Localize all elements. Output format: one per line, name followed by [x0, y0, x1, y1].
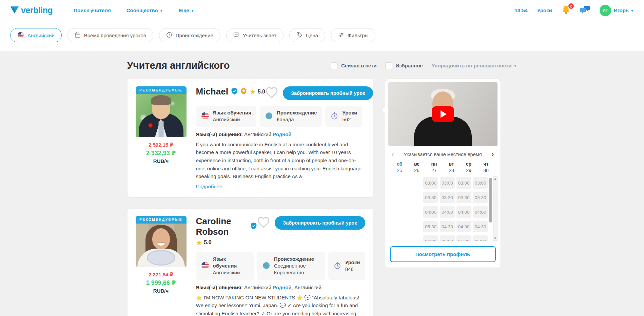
video-preview[interactable]: [388, 82, 497, 146]
recommended-ribbon: РЕКОМЕНДУЕМЫЕ: [136, 86, 187, 94]
time-slot[interactable]: 03:30: [440, 192, 455, 203]
time-slot[interactable]: 05:00: [440, 235, 455, 241]
globe-clock-icon: [166, 32, 172, 39]
sort-dropdown[interactable]: Упорядочить по релевантности ▼: [432, 63, 517, 68]
day-column-пн[interactable]: пн27: [426, 161, 443, 173]
calendar-prev-arrow[interactable]: ‹: [392, 151, 394, 158]
online-now-checkbox[interactable]: [331, 62, 338, 69]
us-flag-icon: [201, 112, 209, 121]
time-slot[interactable]: 03:30: [423, 192, 438, 203]
stopwatch-icon: [330, 112, 338, 121]
time-slot[interactable]: 04:30: [440, 221, 455, 232]
favorite-heart-button[interactable]: [257, 216, 275, 229]
day-column-чт[interactable]: чт30: [477, 161, 495, 173]
teacher-card-michael: РЕКОМЕНДУЕМЫЕ 2 592,15 ₽ 2 332,93 ₽ RUB/…: [127, 79, 374, 197]
star-icon: ★: [196, 239, 202, 246]
nav-lessons[interactable]: Уроки: [537, 7, 552, 13]
favorite-heart-button[interactable]: [265, 86, 283, 100]
time-slot[interactable]: 04:00: [473, 206, 488, 218]
teacher-name[interactable]: Caroline Robson: [196, 216, 248, 237]
speaks-languages: Язык(-и) общения: Английский Родной: [196, 131, 365, 137]
old-price: 2 221,84 ₽: [136, 272, 187, 278]
filter-schedule[interactable]: Время проведения уроков: [67, 28, 153, 42]
nav-find-teacher[interactable]: Поиск учителя: [74, 7, 111, 13]
old-price: 2 592,15 ₽: [136, 142, 187, 148]
time-slot[interactable]: 03:00: [423, 177, 438, 189]
favorites-filter[interactable]: Избранное: [385, 62, 423, 69]
notifications-button[interactable]: 2: [562, 5, 570, 16]
verbling-logo[interactable]: verbling: [10, 5, 53, 15]
teacher-name[interactable]: Michael: [196, 86, 228, 97]
teacher-photo[interactable]: РЕКОМЕНДУЕМЫЕ: [136, 86, 187, 137]
day-column-сб[interactable]: сб25: [391, 161, 408, 173]
lessons-count-box: Уроки562: [325, 106, 362, 127]
slots-scrollbar-thumb[interactable]: [489, 178, 492, 223]
top-navigation-bar: verbling Поиск учителя Сообщество▼ Еще▼ …: [0, 0, 644, 21]
speaks-languages: Язык(-и) общения: Английский Родной, Анг…: [196, 285, 365, 290]
origin-box: ПроисхождениеСоединенное Королевство: [257, 252, 325, 280]
time-slot-empty: [407, 177, 422, 189]
filter-more[interactable]: Фильтры: [331, 28, 375, 42]
panel-scrollbar[interactable]: ▲ ▼: [493, 176, 497, 241]
day-column-ср[interactable]: ср29: [460, 161, 477, 173]
messages-button[interactable]: [580, 5, 590, 15]
filter-price[interactable]: Цена: [289, 28, 325, 42]
time-slot-empty: [390, 177, 405, 189]
book-trial-button[interactable]: Забронировать пробный урок: [275, 216, 365, 230]
teacher-card-caroline: РЕКОМЕНДУЕМЫЕ 2 221,84 ₽ 1 999,66 ₽ RUB/…: [127, 208, 374, 316]
scroll-down-icon[interactable]: ▼: [494, 237, 496, 240]
globe-icon: [262, 261, 270, 271]
main-nav: Поиск учителя Сообщество▼ Еще▼: [74, 7, 194, 13]
youtube-play-icon[interactable]: [432, 106, 454, 122]
time-slot[interactable]: 03:30: [456, 192, 471, 203]
time-slot[interactable]: 04:00: [440, 206, 455, 218]
book-trial-button[interactable]: Забронировать пробный урок: [283, 86, 373, 100]
verbling-logo-icon: [10, 5, 19, 15]
us-flag-icon: [201, 261, 209, 271]
day-column-вс[interactable]: вс26: [408, 161, 426, 173]
current-price: 2 332,93 ₽: [136, 149, 187, 157]
time-slot[interactable]: 04:00: [456, 206, 471, 218]
time-slot[interactable]: 03:00: [456, 177, 471, 189]
filter-language[interactable]: Английский: [10, 28, 62, 42]
nav-more[interactable]: Еще▼: [179, 7, 194, 13]
time-slot[interactable]: 03:00: [473, 177, 488, 189]
user-name: Игорь: [614, 7, 629, 13]
favorites-checkbox[interactable]: [385, 62, 392, 69]
time-slot[interactable]: 04:30: [473, 221, 488, 232]
time-slot[interactable]: 03:00: [440, 177, 455, 189]
sliders-icon: [338, 32, 344, 39]
time-slot[interactable]: 04:00: [423, 206, 438, 218]
teacher-photo[interactable]: РЕКОМЕНДУЕМЫЕ: [136, 216, 187, 267]
price-unit: RUB/ч: [136, 288, 187, 294]
verified-badge-icon: [231, 87, 238, 96]
user-avatar: ИГ: [600, 5, 611, 16]
time-slot-empty: [407, 221, 422, 232]
time-slot[interactable]: 04:30: [456, 221, 471, 232]
local-time-note: Указывается ваше местное время: [394, 152, 491, 157]
recommended-ribbon: РЕКОМЕНДУЕМЫЕ: [136, 216, 187, 224]
time-slot[interactable]: 05:00: [456, 235, 471, 241]
time-slot[interactable]: 03:30: [473, 192, 488, 203]
bell-icon: [562, 10, 570, 16]
view-profile-button[interactable]: Посмотреть профиль: [390, 246, 496, 262]
user-menu[interactable]: ИГ Игорь▼: [600, 5, 634, 16]
time-slot[interactable]: 06:00: [423, 235, 438, 241]
time-slot-empty: [390, 221, 405, 232]
time-slot[interactable]: 05:30: [423, 221, 438, 232]
teacher-rating: ★ 5.0: [250, 88, 265, 95]
time-slot-empty: [407, 235, 422, 241]
chevron-down-icon: ▼: [630, 9, 634, 13]
filter-origin[interactable]: Происхождение: [159, 28, 220, 42]
time-slot[interactable]: 05:00: [473, 235, 488, 241]
filter-teacher-knows[interactable]: Учитель знает: [226, 28, 284, 42]
day-column-вт[interactable]: вт28: [443, 161, 460, 173]
chevron-down-icon: ▼: [514, 64, 517, 68]
price-tag-icon: [296, 32, 303, 39]
calendar-next-arrow[interactable]: ›: [491, 151, 494, 158]
read-more-link[interactable]: Подробнее: [196, 184, 222, 189]
nav-community[interactable]: Сообщество▼: [126, 7, 163, 13]
online-now-filter[interactable]: Сейчас в сети: [331, 62, 376, 69]
scroll-up-icon[interactable]: ▲: [494, 177, 496, 180]
time-slots-grid: 03:0003:0003:0003:0003:3003:3003:3003:30…: [390, 176, 488, 241]
